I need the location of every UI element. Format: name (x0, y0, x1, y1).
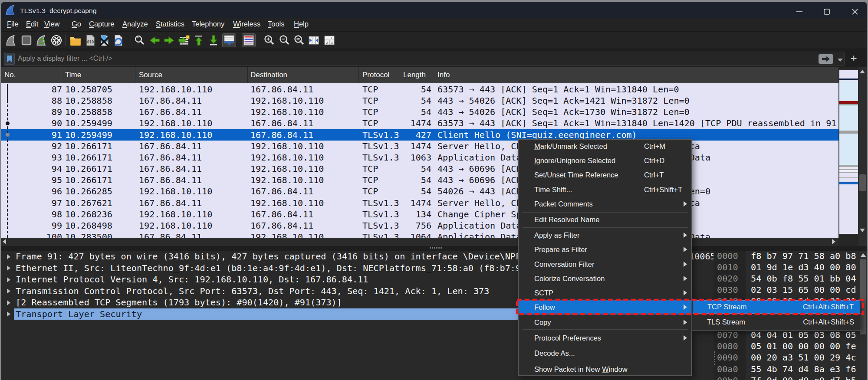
menu-statistics[interactable]: Statistics (156, 20, 184, 28)
menu-wireless[interactable]: Wireless (233, 20, 260, 28)
close-button[interactable] (851, 7, 859, 16)
context-menu-item-decode-as[interactable]: Decode As... (519, 346, 691, 360)
zoom-in-button[interactable] (262, 33, 276, 47)
hscroll-left-arrow-icon[interactable] (3, 239, 6, 244)
zoom-original-button[interactable] (292, 33, 306, 47)
menu-view[interactable]: View (44, 20, 59, 28)
find-packet-button[interactable] (132, 33, 146, 47)
packet-row-94[interactable]: 9410.266171167.86.84.11192.168.10.110TCP… (1, 163, 838, 174)
packet-row-99[interactable]: 9910.268498192.168.10.110167.86.84.11TLS… (1, 220, 838, 231)
go-first-button[interactable] (192, 33, 206, 47)
context-menu-item-show-packet-in-new-window[interactable]: Show Packet in New Window (519, 362, 691, 377)
context-menu-item-ignore-unignore-selected[interactable]: Ignore/Unignore SelectedCtrl+D (519, 153, 691, 167)
context-menu-item-apply-as-filter[interactable]: Apply as Filter (519, 228, 691, 242)
go-forward-button[interactable] (162, 33, 176, 47)
reset-layout-button[interactable]: 123 (322, 33, 336, 47)
vscroll-up-arrow-icon[interactable] (860, 70, 865, 73)
submenu-item-tcp-stream[interactable]: TCP StreamCtrl+Alt+Shift+T (693, 300, 860, 314)
packet-row-87[interactable]: 8710.258705192.168.10.110167.86.84.11TCP… (1, 84, 838, 95)
menu-go[interactable]: Go (72, 20, 81, 28)
expand-arrow-icon[interactable] (7, 265, 10, 271)
go-last-button[interactable] (207, 33, 220, 47)
minimize-button[interactable] (795, 7, 804, 16)
context-menu-item-packet-comments[interactable]: Packet Comments (519, 197, 691, 211)
context-menu-item-protocol-preferences[interactable]: Protocol Preferences (519, 331, 691, 345)
packet-row-95[interactable]: 9510.266171167.86.84.11192.168.10.110TCP… (1, 174, 838, 186)
column-header-no[interactable]: No. (4, 71, 16, 79)
packet-row-93[interactable]: 9310.266171167.86.84.11192.168.10.110TLS… (1, 152, 838, 163)
column-header-destination[interactable]: Destination (250, 71, 287, 79)
go-back-button[interactable] (148, 33, 161, 47)
column-separator[interactable] (247, 67, 248, 83)
pane-splitter-horizontal[interactable] (1, 246, 867, 251)
context-menu-item-time-shift[interactable]: Time Shift...Ctrl+Shift+T (519, 182, 691, 197)
packet-row-88[interactable]: 8810.258858167.86.84.11192.168.10.110TCP… (1, 95, 838, 106)
column-separator[interactable] (400, 67, 400, 83)
context-menu-item-sctp[interactable]: SCTP (519, 286, 691, 300)
context-menu-item-mark-unmark-selected[interactable]: Mark/Unmark SelectedCtrl+M (519, 139, 691, 153)
hscroll-right-arrow-icon[interactable] (832, 239, 835, 244)
context-menu-item-set-unset-time-reference[interactable]: Set/Unset Time ReferenceCtrl+T (519, 168, 691, 182)
context-menu-item-prepare-as-filter[interactable]: Prepare as Filter (519, 242, 691, 257)
packet-row-90[interactable]: 9010.259499192.168.10.110167.86.84.11TCP… (1, 118, 838, 129)
expand-arrow-icon[interactable] (7, 254, 10, 259)
save-file-button[interactable]: 010 (83, 33, 97, 47)
context-menu-item-follow[interactable]: Follow (519, 300, 691, 314)
menu-telephony[interactable]: Telephony (192, 20, 224, 28)
menu-edit[interactable]: Edit (26, 20, 38, 28)
column-separator[interactable] (358, 67, 359, 83)
packet-row-89[interactable]: 8910.258858167.86.84.11192.168.10.110TCP… (1, 106, 838, 118)
vscroll-thumb[interactable] (859, 174, 866, 191)
column-header-time[interactable]: Time (65, 71, 81, 79)
filter-bookmark-button[interactable] (4, 53, 15, 65)
submenu-item-tls-stream[interactable]: TLS StreamCtrl+Alt+Shift+S (693, 315, 860, 329)
expand-arrow-icon[interactable] (7, 277, 10, 282)
expand-arrow-icon[interactable] (7, 288, 10, 294)
filter-add-button[interactable]: + (848, 52, 859, 65)
go-to-packet-button[interactable] (177, 33, 191, 47)
colorize-button[interactable] (242, 33, 256, 47)
filter-history-dropdown[interactable] (838, 59, 843, 62)
stop-capture-button[interactable] (20, 33, 33, 47)
packet-list-hscrollbar[interactable] (1, 238, 838, 246)
packet-row-96[interactable]: 9610.266285192.168.10.110167.86.84.11TCP… (1, 186, 838, 197)
expand-arrow-icon[interactable] (7, 311, 10, 317)
maximize-button[interactable] (822, 7, 831, 16)
menu-capture[interactable]: Capture (89, 20, 115, 28)
display-filter-input[interactable] (3, 52, 845, 66)
resize-columns-button[interactable] (307, 33, 321, 47)
column-separator[interactable] (135, 67, 135, 83)
column-header-length[interactable]: Length (403, 71, 426, 79)
context-menu-item-edit-resolved-name[interactable]: Edit Resolved Name (519, 213, 691, 227)
menu-file[interactable]: File (7, 20, 19, 28)
column-separator[interactable] (433, 67, 433, 83)
auto-scroll-button[interactable] (222, 33, 236, 47)
zoom-out-button[interactable] (277, 33, 291, 47)
capture-options-button[interactable] (49, 33, 63, 47)
hex-vscroll-thumb[interactable] (860, 259, 866, 334)
column-header-info[interactable]: Info (437, 71, 450, 79)
column-separator[interactable] (63, 67, 63, 83)
hex-vscroll-up-arrow-icon[interactable] (861, 253, 866, 257)
column-header-protocol[interactable]: Protocol (362, 71, 389, 79)
restart-capture-button[interactable] (35, 33, 49, 47)
filter-apply-button[interactable] (819, 54, 833, 64)
menu-analyze[interactable]: Analyze (122, 20, 148, 28)
packet-row-100[interactable]: 10010.283500167.86.84.11192.168.10.110TL… (1, 231, 838, 238)
reload-file-button[interactable] (111, 33, 125, 47)
start-capture-button[interactable] (4, 33, 18, 47)
menu-tools[interactable]: Tools (268, 20, 285, 28)
packet-row-98[interactable]: 9810.268236192.168.10.110167.86.84.11TLS… (1, 209, 838, 220)
packet-row-91[interactable]: 9110.259499192.168.10.110167.86.84.11TLS… (1, 129, 838, 141)
context-menu-item-copy[interactable]: Copy (519, 315, 691, 329)
vscroll-down-arrow-icon[interactable] (860, 229, 865, 232)
packet-list-vscrollbar[interactable] (858, 67, 867, 246)
menu-help[interactable]: Help (294, 20, 309, 28)
column-header-source[interactable]: Source (139, 71, 162, 79)
expand-arrow-icon[interactable] (7, 300, 10, 305)
open-file-button[interactable] (69, 33, 82, 47)
close-file-button[interactable] (97, 33, 111, 47)
context-menu-item-conversation-filter[interactable]: Conversation Filter (519, 257, 691, 271)
context-menu-item-colorize-conversation[interactable]: Colorize Conversation (519, 271, 691, 285)
packet-row-97[interactable]: 9710.267621167.86.84.11192.168.10.110TLS… (1, 197, 838, 209)
